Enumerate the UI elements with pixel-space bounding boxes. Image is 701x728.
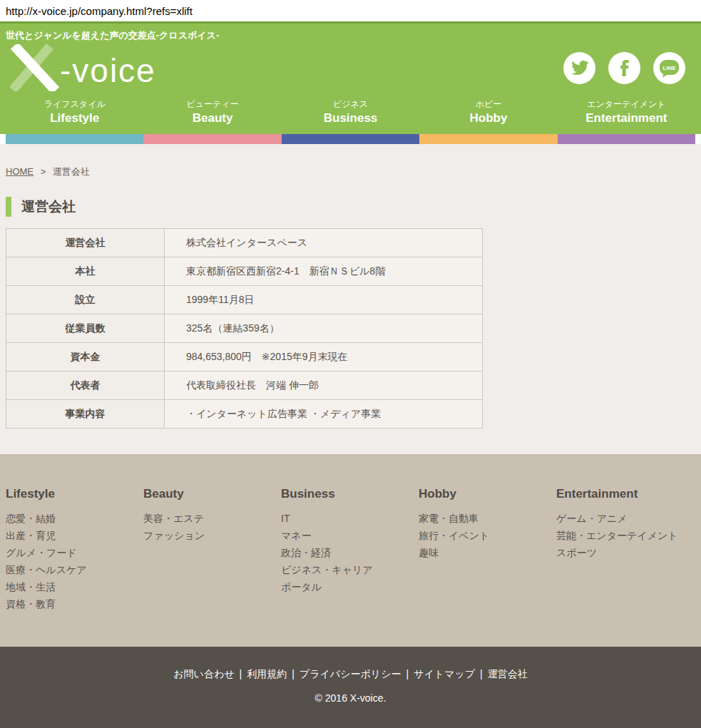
footer-link[interactable]: 医療・ヘルスケア — [6, 561, 143, 578]
nav-label-en: Lifestyle — [6, 110, 143, 127]
facebook-icon[interactable] — [608, 52, 640, 84]
footer-link[interactable]: ビジネス・キャリア — [281, 561, 419, 578]
footer-link[interactable]: スポーツ — [556, 544, 694, 561]
nav-bar-hobby — [419, 134, 557, 144]
footer-link-separator: | — [406, 668, 409, 680]
row-label: 従業員数 — [6, 314, 165, 343]
nav-item-beauty[interactable]: ビューティー Beauty — [143, 98, 281, 134]
site-header: 世代とジャンルを超えた声の交差点-クロスボイス- -voice — [0, 21, 701, 134]
row-value: 1999年11月8日 — [165, 286, 483, 314]
footer-bottom-links: お問い合わせ|利用規約|プライバシーポリシー|サイトマップ|運営会社 — [0, 668, 701, 681]
footer-col-title: Lifestyle — [6, 487, 143, 501]
twitter-icon[interactable] — [563, 52, 595, 84]
footer-col-title: Business — [281, 487, 419, 501]
page-title: 運営会社 — [6, 197, 695, 217]
page-url-text: http://x-voice.jp/company.html?refs=xlif… — [0, 0, 701, 21]
footer-link[interactable]: 家電・自動車 — [419, 510, 556, 527]
nav-label-en: Business — [282, 110, 419, 127]
footer-link[interactable]: 美容・エステ — [143, 510, 281, 527]
nav-label-en: Hobby — [419, 110, 557, 127]
table-row: 資本金 984,653,800円 ※2015年9月末現在 — [6, 343, 483, 371]
facebook-f-glyph — [615, 58, 634, 77]
page-title-text: 運営会社 — [21, 198, 76, 216]
footer-bottom: お問い合わせ|利用規約|プライバシーポリシー|サイトマップ|運営会社 © 201… — [0, 647, 701, 728]
nav-bar-business — [282, 134, 419, 144]
row-label: 事業内容 — [6, 400, 165, 429]
row-value: 984,653,800円 ※2015年9月末現在 — [165, 343, 483, 371]
row-label: 運営会社 — [6, 229, 165, 257]
row-value: 代表取締役社長 河端 伸一郎 — [165, 371, 483, 400]
table-row: 本社 東京都新宿区西新宿2-4-1 新宿ＮＳビル8階 — [6, 257, 483, 286]
nav-label-en: Entertainment — [558, 110, 695, 127]
footer-privacy-link[interactable]: プライバシーポリシー — [300, 668, 401, 680]
table-row: 事業内容 ・インターネット広告事業 ・メディア事業 — [6, 400, 483, 429]
social-icons: LINE — [563, 52, 685, 84]
row-label: 設立 — [6, 286, 165, 314]
footer-contact-link[interactable]: お問い合わせ — [173, 668, 234, 680]
footer-link-separator: | — [240, 668, 242, 680]
footer-link-separator: | — [480, 668, 483, 680]
nav-label-jp: ライフスタイル — [6, 98, 143, 110]
nav-label-jp: ビジネス — [282, 98, 419, 110]
nav-item-entertainment[interactable]: エンターテイメント Entertainment — [558, 98, 695, 134]
breadcrumb: HOME > 運営会社 — [6, 165, 695, 178]
breadcrumb-current: 運営会社 — [53, 166, 90, 177]
footer-col-beauty: Beauty 美容・エステ ファッション — [143, 487, 281, 647]
site-logo[interactable]: -voice — [6, 44, 170, 91]
footer-col-title: Hobby — [419, 487, 556, 501]
table-row: 従業員数 325名（連結359名） — [6, 314, 483, 343]
footer-link[interactable]: 旅行・イベント — [419, 527, 556, 544]
footer-link[interactable]: ファッション — [143, 527, 281, 544]
footer-company-link[interactable]: 運営会社 — [488, 668, 528, 680]
footer-terms-link[interactable]: 利用規約 — [247, 668, 287, 680]
footer-link-separator: | — [292, 668, 295, 680]
footer-col-entertainment: Entertainment ゲーム・アニメ 芸能・エンターテイメント スポーツ — [556, 487, 694, 647]
nav-bar-lifestyle — [6, 134, 143, 144]
footer-link[interactable]: 趣味 — [419, 544, 556, 561]
nav-item-business[interactable]: ビジネス Business — [282, 98, 419, 134]
line-icon[interactable]: LINE — [653, 52, 685, 84]
footer-link[interactable]: グルメ・フード — [6, 544, 143, 561]
footer-col-hobby: Hobby 家電・自動車 旅行・イベント 趣味 — [419, 487, 556, 647]
footer-link[interactable]: 芸能・エンターテイメント — [556, 527, 694, 544]
line-bubble-glyph: LINE — [653, 52, 685, 84]
footer-col-business: Business IT マネー 政治・経済 ビジネス・キャリア ポータル — [281, 487, 419, 647]
footer-col-title: Beauty — [143, 487, 281, 501]
breadcrumb-home-link[interactable]: HOME — [6, 166, 34, 177]
nav-item-hobby[interactable]: ホビー Hobby — [419, 98, 557, 134]
nav-label-jp: エンターテイメント — [558, 98, 695, 110]
footer-link[interactable]: IT — [281, 510, 419, 527]
footer-link[interactable]: ゲーム・アニメ — [556, 510, 694, 527]
footer-col-title: Entertainment — [556, 487, 694, 501]
svg-text:LINE: LINE — [662, 65, 676, 71]
nav-bar-beauty — [143, 134, 281, 144]
nav-bar-entertainment — [558, 134, 695, 144]
table-row: 設立 1999年11月8日 — [6, 286, 483, 314]
row-label: 本社 — [6, 257, 165, 286]
footer-link[interactable]: 資格・教育 — [6, 595, 143, 612]
row-value: 東京都新宿区西新宿2-4-1 新宿ＮＳビル8階 — [165, 257, 483, 286]
main-nav: ライフスタイル Lifestyle ビューティー Beauty ビジネス Bus… — [6, 93, 695, 134]
breadcrumb-separator: > — [41, 166, 46, 177]
footer-sitemap-link[interactable]: サイトマップ — [414, 668, 475, 680]
footer-link[interactable]: マネー — [281, 527, 419, 544]
nav-label-jp: ホビー — [419, 98, 557, 110]
nav-item-lifestyle[interactable]: ライフスタイル Lifestyle — [6, 98, 143, 134]
footer-link[interactable]: 政治・経済 — [281, 544, 419, 561]
row-label: 代表者 — [6, 371, 165, 400]
footer-link[interactable]: 恋愛・結婚 — [6, 510, 143, 527]
company-info-table: 運営会社 株式会社インタースペース 本社 東京都新宿区西新宿2-4-1 新宿ＮＳ… — [6, 228, 483, 429]
logo-text: -voice — [60, 52, 156, 89]
main-content: HOME > 運営会社 運営会社 運営会社 株式会社インタースペース 本社 東京… — [0, 144, 701, 454]
site-tagline: 世代とジャンルを超えた声の交差点-クロスボイス- — [0, 24, 701, 43]
title-accent-bar — [6, 197, 11, 217]
nav-label-en: Beauty — [143, 110, 281, 127]
footer-link[interactable]: 地域・生活 — [6, 578, 143, 595]
footer-col-lifestyle: Lifestyle 恋愛・結婚 出産・育児 グルメ・フード 医療・ヘルスケア 地… — [6, 487, 143, 647]
row-value: 株式会社インタースペース — [165, 229, 483, 257]
nav-color-bars — [6, 134, 695, 144]
row-value: ・インターネット広告事業 ・メディア事業 — [165, 400, 483, 429]
footer-link[interactable]: 出産・育児 — [6, 527, 143, 544]
footer-link[interactable]: ポータル — [281, 578, 419, 595]
footer-categories: Lifestyle 恋愛・結婚 出産・育児 グルメ・フード 医療・ヘルスケア 地… — [0, 454, 701, 647]
